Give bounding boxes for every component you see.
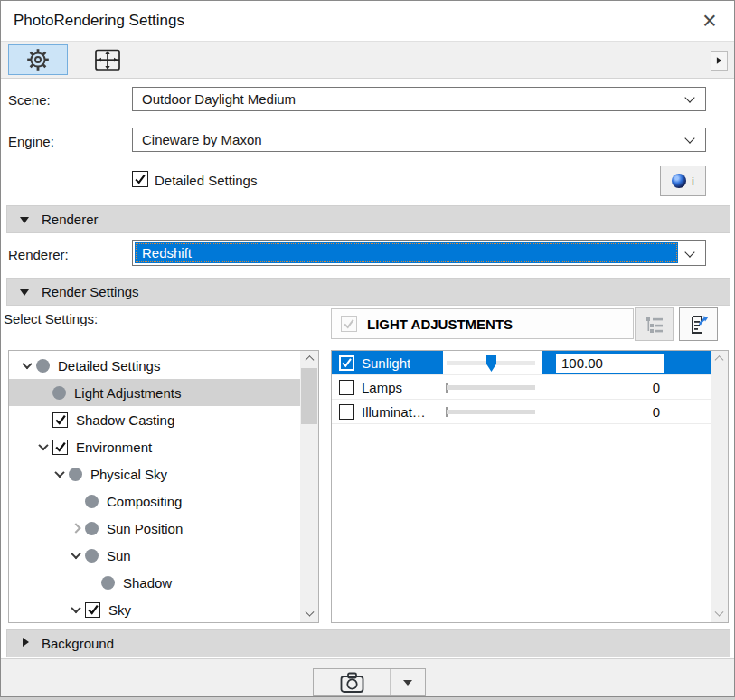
illumination-checkbox[interactable] <box>339 404 354 420</box>
right-arrow-icon <box>717 57 721 64</box>
scroll-down-icon[interactable] <box>711 606 728 622</box>
light-adjustments-title: LIGHT ADJUSTMENTS <box>367 317 513 332</box>
chevron-down-icon <box>684 247 694 257</box>
sunlight-slider[interactable] <box>443 351 542 374</box>
pane-size-icon <box>94 48 121 72</box>
chevron-down-icon <box>684 133 694 143</box>
tree-checkbox[interactable] <box>85 602 100 618</box>
slider-track[interactable] <box>447 410 535 414</box>
tree-item-light-adjustments[interactable]: Light Adjustments <box>9 379 300 406</box>
setting-dot-icon <box>85 522 99 535</box>
engine-dropdown[interactable]: Cineware by Maxon <box>132 128 706 152</box>
scrollbar-thumb[interactable] <box>301 368 317 424</box>
scroll-up-icon[interactable] <box>300 351 318 367</box>
light-adjustments-header: LIGHT ADJUSTMENTS <box>331 308 634 339</box>
camera-icon <box>340 672 364 694</box>
scene-value: Outdoor Daylight Medium <box>142 91 296 107</box>
lamps-value: 0 <box>542 375 711 399</box>
export-document-icon <box>687 313 711 336</box>
toolbar-overflow-button[interactable] <box>711 51 728 71</box>
illumination-slider[interactable] <box>443 400 542 423</box>
renderer-label: Renderer: <box>8 247 69 262</box>
setting-dot-icon <box>85 549 99 563</box>
scene-label: Scene: <box>8 92 51 108</box>
section-header-background[interactable]: Background <box>6 629 730 657</box>
setting-dot-icon <box>36 359 50 373</box>
expander-down-icon <box>22 359 32 369</box>
sunlight-checkbox[interactable] <box>339 355 354 371</box>
photorendering-settings-dialog: PhotoRendering Settings × <box>0 0 735 697</box>
toolbar <box>1 41 734 79</box>
section-label: Renderer <box>42 206 99 232</box>
tree-checkbox[interactable] <box>52 440 68 455</box>
engine-value: Cineware by Maxon <box>142 132 262 147</box>
engine-label: Engine: <box>8 134 54 149</box>
tree-scrollbar[interactable] <box>300 351 318 622</box>
export-settings-button[interactable] <box>679 307 718 341</box>
slider-track[interactable] <box>447 385 535 390</box>
tree-view-button <box>635 307 674 341</box>
settings-tree: Detailed Settings Light Adjustments Shad… <box>8 350 319 623</box>
expander-down-icon <box>38 440 48 450</box>
section-label: Render Settings <box>42 279 139 305</box>
tree-item-environment[interactable]: Environment <box>9 433 300 460</box>
tree-item-detailed-settings[interactable]: Detailed Settings <box>9 352 300 379</box>
tree-item-shadow-casting[interactable]: Shadow Casting <box>9 406 300 433</box>
chevron-down-icon <box>403 680 412 686</box>
sunlight-value-input[interactable]: 100.00 <box>556 354 664 373</box>
tree-item-compositing[interactable]: Compositing <box>9 487 300 515</box>
renderer-dropdown[interactable]: Redshift <box>132 240 706 266</box>
tree-checkbox[interactable] <box>52 412 68 428</box>
illumination-value: 0 <box>542 400 711 423</box>
scroll-down-icon[interactable] <box>300 606 318 622</box>
tree-item-shadow[interactable]: Shadow <box>9 569 300 596</box>
table-row-sunlight[interactable]: Sunlight 100.00 <box>332 351 711 375</box>
lamps-checkbox[interactable] <box>339 380 354 395</box>
detailed-settings-label: Detailed Settings <box>155 173 257 188</box>
expander-down-icon <box>71 603 80 613</box>
light-adjustments-checkbox <box>341 316 357 332</box>
check-icon <box>87 603 99 616</box>
info-icon: i <box>692 175 694 188</box>
pane-layout-tab-button[interactable] <box>82 44 133 75</box>
check-icon <box>343 317 355 330</box>
title-bar: PhotoRendering Settings × <box>1 1 734 41</box>
dialog-title: PhotoRendering Settings <box>14 1 184 41</box>
setting-dot-icon <box>85 495 99 508</box>
expander-down-icon <box>71 549 80 559</box>
light-adjustments-table: Sunlight 100.00 Lamps <box>331 350 729 623</box>
scene-dropdown[interactable]: Outdoor Daylight Medium <box>132 87 706 111</box>
collapse-triangle-icon <box>20 217 29 223</box>
gear-icon <box>25 47 51 72</box>
settings-tab-button[interactable] <box>8 44 68 75</box>
select-settings-label: Select Settings: <box>4 311 98 326</box>
expand-triangle-icon <box>23 638 29 647</box>
section-header-render-settings[interactable]: Render Settings <box>6 278 730 306</box>
setting-dot-icon <box>101 576 115 590</box>
detailed-settings-checkbox[interactable] <box>132 171 148 187</box>
tree-item-sky[interactable]: Sky <box>9 596 300 623</box>
check-icon <box>54 440 67 453</box>
check-icon <box>341 356 353 369</box>
tree-item-physical-sky[interactable]: Physical Sky <box>9 460 300 487</box>
render-options-dropdown[interactable] <box>390 669 425 695</box>
close-icon[interactable]: × <box>698 5 721 37</box>
setting-dot-icon <box>52 386 66 400</box>
lamps-slider[interactable] <box>443 375 542 399</box>
tree-item-sun[interactable]: Sun <box>9 542 300 569</box>
render-camera-button[interactable] <box>314 669 390 695</box>
cinema4d-sphere-icon <box>672 174 686 188</box>
tree-item-sun-position[interactable]: Sun Position <box>9 515 300 542</box>
table-scrollbar[interactable] <box>711 351 728 622</box>
scroll-up-icon[interactable] <box>711 351 728 367</box>
slider-thumb[interactable] <box>486 355 496 372</box>
tree-list-icon <box>644 315 665 335</box>
renderer-value: Redshift <box>135 242 678 263</box>
section-header-renderer[interactable]: Renderer <box>6 205 730 233</box>
setting-dot-icon <box>69 468 82 481</box>
cinema4d-info-button[interactable]: i <box>660 166 706 196</box>
collapse-triangle-icon <box>20 289 29 296</box>
expander-right-icon <box>71 523 80 533</box>
table-row-illumination[interactable]: Illuminat… 0 <box>332 400 711 424</box>
table-row-lamps[interactable]: Lamps 0 <box>332 375 711 400</box>
